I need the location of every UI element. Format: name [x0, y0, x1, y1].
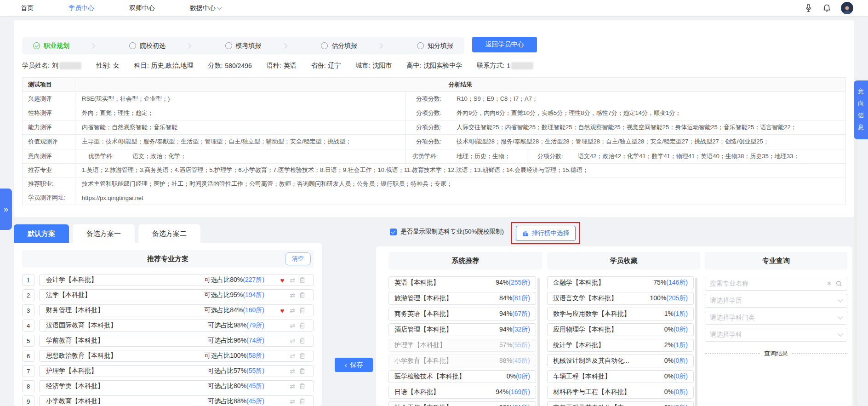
query-select[interactable]: 请选择学科	[705, 328, 847, 342]
swap-icon[interactable]: ⇄	[287, 276, 297, 284]
major-item[interactable]: 小学教育【本科批】 88%(45所)	[388, 355, 536, 367]
stepper-step[interactable]: 职业规划	[33, 42, 94, 50]
major-item[interactable]: 数学与应用数学【本科批】 1%(1所)	[547, 308, 694, 320]
major-item[interactable]: 车辆工程【本科批】 0%(0所)	[547, 370, 694, 383]
field-label: 省份:	[311, 62, 326, 70]
advantage-subjects: 优势学科: 语文；政治；化学；	[75, 149, 405, 163]
swap-icon[interactable]: ⇄	[287, 383, 297, 390]
major-item[interactable]: 思想政治教育【本科批】 可选占比100%(58所) ♥ ⇄	[39, 350, 314, 362]
major-item[interactable]: 机械设计制造及其自动化... 0%(0所)	[547, 355, 694, 367]
main-nav: 首页 学员中心 双师中心 数据中心	[21, 0, 221, 16]
school-count: (1所)	[674, 310, 688, 317]
restrict-checkbox[interactable]	[390, 229, 397, 235]
swap-icon[interactable]: ⇄	[287, 307, 297, 314]
save-button[interactable]: ‹ 保存	[335, 358, 373, 372]
delete-icon[interactable]	[297, 337, 307, 344]
query-select[interactable]: 请选择学历	[705, 294, 847, 308]
table-header-row: 测试项目 分析结果	[23, 78, 845, 91]
intent-info-side-tab[interactable]: 意向信息	[854, 80, 868, 139]
nav-item[interactable]: 数据中心	[190, 4, 221, 12]
major-item[interactable]: 护理学【本科批】 可选占比57%(55所) ♥ ⇄	[39, 365, 314, 377]
major-item[interactable]: 经济学类【本科批】 可选占比80%(45所) ♥ ⇄	[39, 380, 314, 392]
clear-button[interactable]: 清空	[285, 252, 311, 265]
delete-icon[interactable]	[297, 277, 307, 283]
advantage-label: 优势学科:	[82, 152, 132, 161]
swap-icon[interactable]: ⇄	[287, 367, 297, 375]
microphone-icon[interactable]	[804, 4, 812, 13]
row-label: 推荐专业	[23, 164, 75, 177]
major-item[interactable]: 社会工作【本科批】 98%(51所)	[388, 401, 536, 406]
step-label: 模考填报	[236, 42, 262, 50]
major-item[interactable]: 会计学【本科批】 可选占比80%(227所) ♥ ⇄	[39, 274, 314, 286]
bell-icon[interactable]	[822, 4, 831, 13]
nav-item-label: 数据中心	[190, 4, 216, 12]
major-item[interactable]: 商务英语【本科批】 94%(67所)	[388, 308, 536, 320]
nav-item[interactable]: 学员中心	[69, 4, 94, 12]
school-count: (55所)	[246, 367, 264, 374]
step-label: 职业规划	[44, 42, 69, 50]
major-item[interactable]: 旅游管理【本科批】 84%(81所)	[388, 292, 536, 305]
nav-item[interactable]: 首页	[21, 4, 34, 12]
swap-icon[interactable]: ⇄	[287, 352, 297, 360]
list-scrollbar[interactable]	[537, 278, 540, 406]
delete-icon[interactable]	[297, 322, 307, 329]
major-item[interactable]: 电气工程及其自动化【本... 0%(0所)	[547, 401, 694, 406]
plan-tab[interactable]: 默认方案	[14, 224, 69, 243]
major-item[interactable]: 日语【本科批】 94%(169所)	[388, 386, 536, 399]
expand-panel-tab[interactable]: »	[0, 189, 12, 230]
major-item[interactable]: 英语【本科批】 94%(255所)	[388, 276, 536, 289]
major-item[interactable]: 汉语言文学【本科批】 100%(205所)	[547, 292, 694, 305]
stepper-step[interactable]: 院校初选	[129, 42, 190, 50]
major-item[interactable]: 学前教育【本科批】 可选占比96%(74所) ♥ ⇄	[39, 335, 314, 347]
back-to-student-center-button[interactable]: 返回学员中心	[472, 37, 537, 52]
plan-tab[interactable]: 备选方案二	[138, 224, 200, 243]
major-name: 护理学【本科批】	[46, 367, 208, 375]
major-item[interactable]: 酒店管理【本科批】 94%(32所)	[388, 323, 536, 336]
row-number: 8	[22, 380, 34, 392]
delete-icon[interactable]	[297, 307, 307, 314]
sub-score-value: 语文42；政治42；化学41；数学41；物理41；英语40；生物38；历史35；…	[578, 152, 845, 160]
delete-icon[interactable]	[297, 398, 307, 405]
plan-tab-label: 备选方案一	[86, 229, 121, 238]
delete-icon[interactable]	[297, 353, 307, 359]
major-item[interactable]: 小学教育【本科批】 可选占比88%(45所) ♥ ⇄	[39, 395, 314, 406]
major-item[interactable]: 汉语国际教育【本科批】 可选占比98%(79所) ♥ ⇄	[39, 320, 314, 332]
plan-tab[interactable]: 备选方案一	[73, 224, 135, 243]
swap-icon[interactable]: ⇄	[287, 322, 297, 329]
major-item[interactable]: 财务管理【本科批】 可选占比84%(160所) ♥ ⇄	[39, 304, 314, 316]
system-recommend-header: 系统推荐	[388, 252, 542, 269]
row-description: RSE(现实型；社会型；企业型；)	[75, 92, 405, 106]
row-label: 兴趣测评	[23, 92, 75, 106]
swap-icon[interactable]: ⇄	[287, 337, 297, 344]
major-item[interactable]: 医学检验技术【本科批】 0%(0所)	[388, 370, 536, 383]
selectable-ratio: 可选占比98%(79所)	[208, 321, 264, 330]
major-item[interactable]: 法学【本科批】 可选占比95%(194所) ♥ ⇄	[39, 289, 314, 301]
student-favorites-header: 学员收藏	[547, 252, 700, 269]
stepper-step[interactable]: 估分填报	[321, 42, 382, 50]
favorite-heart-icon[interactable]: ♥	[277, 276, 287, 284]
major-search-input[interactable]: 搜索专业名称 ×	[705, 277, 847, 291]
favorite-heart-icon[interactable]: ♥	[277, 307, 287, 315]
clear-icon[interactable]: ×	[827, 280, 831, 287]
nav-item[interactable]: 双师中心	[129, 4, 155, 12]
query-select[interactable]: 请选择学科门类	[705, 311, 847, 325]
list-scrollbar[interactable]	[695, 278, 697, 406]
sub-score-value: R10；S9；E9；C8；I7；A7；	[457, 95, 845, 103]
search-icon[interactable]	[836, 280, 842, 287]
check-icon	[35, 43, 39, 47]
major-item[interactable]: 应用物理学【本科批】 0%(0所)	[547, 323, 694, 336]
major-item[interactable]: 材料科学与工程【本科批】 0%(0所)	[547, 386, 694, 399]
delete-icon[interactable]	[297, 383, 307, 389]
select-from-ranking-button[interactable]: 排行榜中选择	[516, 226, 576, 241]
stepper-step[interactable]: 知分填报	[417, 42, 453, 50]
stepper-step[interactable]: 模考填报	[225, 42, 286, 50]
table-row: 推荐职业: 技术主管和职能部门经理；医护；社工；时间灵活的弹性工作；公司高管；教…	[23, 177, 845, 191]
major-item[interactable]: 护理学【本科批】 57%(55所)	[388, 339, 536, 352]
delete-icon[interactable]	[297, 368, 307, 374]
major-item[interactable]: 金融学【本科批】 75%(146所)	[547, 276, 694, 289]
delete-icon[interactable]	[297, 292, 307, 298]
swap-icon[interactable]: ⇄	[287, 292, 297, 299]
major-item[interactable]: 统计学【本科批】 2%(1所)	[547, 339, 694, 352]
user-avatar[interactable]	[841, 2, 853, 14]
swap-icon[interactable]: ⇄	[287, 398, 297, 405]
